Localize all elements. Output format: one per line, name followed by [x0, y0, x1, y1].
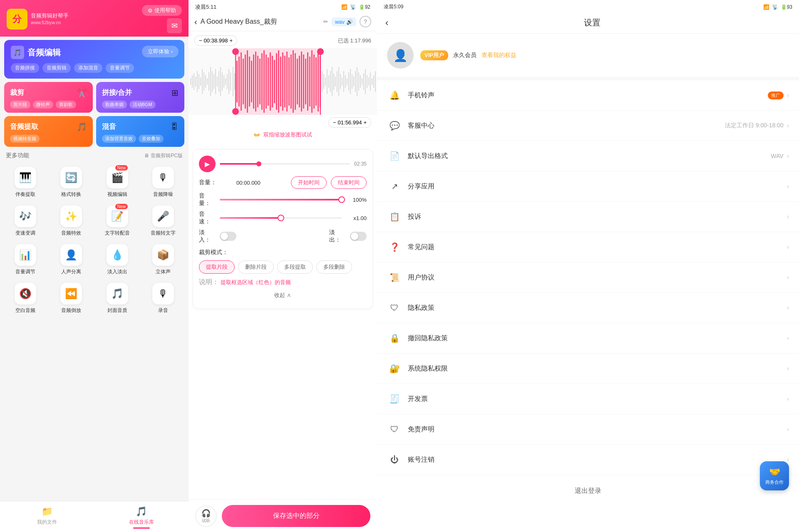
svg-rect-4 — [194, 73, 194, 90]
speed-slider[interactable] — [220, 217, 342, 219]
icon-item-fade[interactable]: 💧 淡入淡出 — [94, 240, 140, 279]
settings-item-service[interactable]: 💬 客服中心 法定工作日 9:00-18:00 › — [377, 111, 799, 141]
try-button[interactable]: 立即体验 › — [142, 46, 179, 57]
help-button[interactable]: ⚙ 使用帮助 — [142, 5, 182, 16]
service-value: 法定工作日 9:00-18:00 — [725, 122, 784, 129]
format-export-arrow: › — [787, 152, 789, 160]
mode-multi-delete-btn[interactable]: 多段删除 — [316, 260, 352, 274]
time-end-btn[interactable]: − 01:56.994 + — [328, 117, 371, 128]
settings-item-terms[interactable]: 📜 用户协议 › — [377, 262, 799, 293]
start-time-button[interactable]: 开始时间 — [291, 176, 327, 189]
settings-item-disclaimer[interactable]: 🛡 免责声明 › — [377, 414, 799, 445]
tab-library[interactable]: 🎵 在线音乐库 — [94, 505, 189, 530]
play-button[interactable]: ▶ — [199, 156, 216, 172]
extract-subtags: 视频转音频 — [10, 135, 87, 143]
settings-item-invoice[interactable]: 🧾 开发票 › — [377, 384, 799, 414]
message-icon[interactable]: ✉ — [167, 18, 182, 33]
func-card-merge[interactable]: 拼接/合并 ⊞ 歌曲串烧 活动BGM — [96, 82, 185, 113]
time-display-bottom: − 01:56.994 + — [189, 115, 377, 128]
volume-slider[interactable] — [220, 199, 342, 200]
icon-item-stereo[interactable]: 📦 立体声 — [140, 240, 186, 279]
settings-item-withdraw-privacy[interactable]: 🔒 撤回隐私政策 › — [377, 323, 799, 354]
icon-item-tts[interactable]: New 📝 文字转配音 — [94, 201, 140, 240]
icon-item-pitch[interactable]: 🎶 变速变调 — [2, 201, 48, 240]
settings-item-deactivate[interactable]: ⏻ 账号注销 › — [377, 445, 799, 475]
progress-bar[interactable] — [220, 163, 350, 165]
settings-item-complaint[interactable]: 📋 投诉 › — [377, 202, 799, 232]
logout-button[interactable]: 退出登录 — [377, 478, 799, 504]
vocal-label: 人声分离 — [61, 268, 81, 275]
icon-item-vocal[interactable]: 👤 人声分离 — [48, 240, 94, 279]
end-time-button[interactable]: 结束时间 — [331, 176, 367, 189]
invoice-label: 开发票 — [408, 395, 787, 403]
format-label: 格式转换 — [61, 191, 81, 198]
player-time-row: 音量： 00:00.000 开始时间 结束时间 — [199, 176, 367, 189]
svg-rect-8 — [200, 77, 201, 86]
waveform-canvas[interactable] — [189, 48, 377, 115]
edit-icon[interactable]: ✏ — [323, 18, 328, 25]
member-link[interactable]: 查看我的权益 — [481, 52, 516, 59]
tab-files[interactable]: 📁 我的文件 — [0, 505, 94, 530]
icon-item-silence[interactable]: 🔇 空白音频 — [2, 279, 48, 317]
mix-tag-2: 音效叠加 — [139, 135, 164, 143]
save-button[interactable]: 保存选中的部分 — [222, 505, 370, 527]
svg-point-107 — [317, 48, 324, 55]
fade-out-toggle[interactable] — [350, 232, 367, 241]
ringtone-label: 手机铃声 — [408, 91, 768, 100]
svg-rect-65 — [311, 50, 313, 113]
panel-left: 分 音频剪辑好帮手 www.52byw.cn ⚙ 使用帮助 ✉ 🎵 音频编辑 立… — [0, 0, 189, 532]
svg-rect-12 — [207, 78, 208, 85]
icon-item-video[interactable]: New 🎬 视频编辑 — [94, 163, 140, 201]
icon-item-cover[interactable]: 🎵 封面音质 — [94, 279, 140, 317]
svg-rect-73 — [327, 69, 328, 94]
plus-icon-2: + — [363, 119, 367, 126]
mode-delete-btn[interactable]: 删除片段 — [238, 260, 274, 274]
svg-rect-79 — [337, 71, 337, 92]
func-card-extract[interactable]: 音频提取 🎵 视频转音频 — [4, 116, 93, 147]
fade-in-toggle[interactable] — [220, 232, 236, 241]
collapse-button[interactable]: 收起 ∧ — [199, 288, 367, 302]
icon-item-accompany[interactable]: 🎹 伴奏提取 — [2, 163, 48, 201]
svg-rect-86 — [348, 72, 349, 91]
icon-item-effect[interactable]: ✨ 音频特效 — [48, 201, 94, 240]
float-service-button[interactable]: 🤝 商务合作 — [760, 461, 789, 490]
icon-item-denoise[interactable]: 🎙 音频降噪 — [140, 163, 186, 201]
func-card-mix[interactable]: 混音 🎛 添加背景音效 音效叠加 — [96, 116, 185, 147]
note-prefix: 说明： — [199, 278, 219, 285]
svg-rect-48 — [276, 53, 277, 110]
banner-title-text: 音频编辑 — [27, 47, 61, 58]
share-arrow: › — [787, 183, 789, 190]
svg-rect-96 — [365, 69, 366, 94]
settings-item-privacy[interactable]: 🛡 隐私政策 › — [377, 293, 799, 323]
mode-multi-extract-btn[interactable]: 多段提取 — [277, 260, 313, 274]
svg-rect-77 — [333, 73, 334, 90]
logo-line1: 音频剪辑好帮手 — [31, 12, 69, 20]
panel-right: 凌晨5:09 📶 📡 🔋93 ‹ 设置 👤 VIP用户 永久会员 查看我的权益 … — [377, 0, 799, 532]
svg-rect-38 — [255, 52, 256, 111]
settings-item-system-privacy[interactable]: 🔐 系统隐私权限 › — [377, 354, 799, 384]
settings-item-faq[interactable]: ❓ 常见问题 › — [377, 232, 799, 262]
time-start-btn[interactable]: − 00:38.998 + — [194, 35, 237, 46]
settings-item-format[interactable]: 📄 默认导出格式 WAV › — [377, 141, 799, 171]
icon-item-volume[interactable]: 📊 音量调节 — [2, 240, 48, 279]
icon-item-stt[interactable]: 🎤 音频转文字 — [140, 201, 186, 240]
member-type: 永久会员 — [453, 52, 476, 59]
preview-button[interactable]: 🎧 试听 — [195, 505, 217, 527]
icon-item-reverse[interactable]: ⏪ 音频倒放 — [48, 279, 94, 317]
svg-rect-30 — [238, 57, 240, 106]
func-card-cut[interactable]: 裁剪 ✂️ 剪片段 微铃声 剪剧歌 — [4, 82, 93, 113]
svg-rect-88 — [352, 74, 352, 89]
banner-tag-4: 音量调节 — [106, 63, 134, 73]
settings-item-share[interactable]: ↗ 分享应用 › — [377, 171, 799, 202]
faq-icon: ❓ — [387, 240, 402, 255]
svg-rect-98 — [368, 77, 369, 86]
pc-link[interactable]: 🖥 音频剪辑PC版 — [144, 152, 183, 159]
icon-item-record[interactable]: 🎙 录音 — [140, 279, 186, 317]
back-button[interactable]: ‹ — [194, 17, 197, 27]
settings-item-ringtone[interactable]: 🔔 手机铃声 推广 › — [377, 80, 799, 111]
help-circle-button[interactable]: ? — [360, 16, 371, 27]
mode-extract-btn[interactable]: 提取片段 — [199, 260, 235, 274]
disclaimer-label: 免责声明 — [408, 425, 787, 434]
p3-back-button[interactable]: ‹ — [385, 17, 388, 28]
icon-item-format[interactable]: 🔄 格式转换 — [48, 163, 94, 201]
